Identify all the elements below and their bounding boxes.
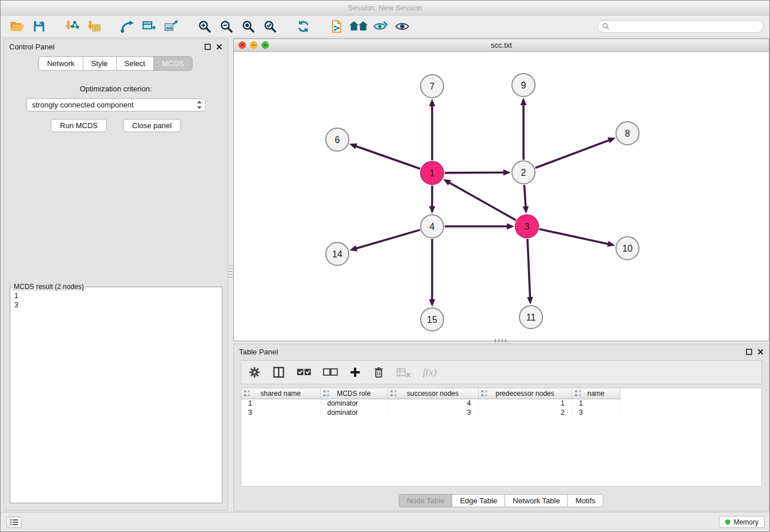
table-panel: Table Panel	[233, 344, 769, 511]
tab-edge-table[interactable]: Edge Table	[452, 494, 505, 507]
export-document-button[interactable]	[326, 17, 348, 36]
home-icon	[349, 20, 368, 33]
tab-select[interactable]: Select	[116, 56, 154, 71]
node-2[interactable]: 2	[512, 161, 535, 184]
node-3[interactable]: 3	[515, 215, 538, 238]
edge-3-10[interactable]	[539, 229, 609, 244]
svg-text:15: 15	[427, 315, 437, 325]
edge-arrowhead	[429, 299, 436, 307]
first-neighbors-button[interactable]	[348, 17, 369, 36]
import-table-button[interactable]	[83, 17, 105, 36]
column-header-shared-name[interactable]: shared name	[241, 388, 320, 399]
node-1[interactable]: 1	[421, 161, 444, 184]
vertical-splitter-grip[interactable]	[229, 265, 233, 278]
close-panel-icon[interactable]	[757, 349, 764, 355]
tab-network-table[interactable]: Network Table	[505, 494, 568, 507]
run-mcds-button[interactable]: Run MCDS	[51, 119, 107, 132]
edge-4-14[interactable]	[356, 230, 420, 249]
refresh-view-button[interactable]	[292, 17, 314, 36]
node-7[interactable]: 7	[421, 75, 444, 98]
new-network-window-button[interactable]	[138, 17, 160, 36]
zoom-in-button[interactable]	[194, 17, 215, 36]
node-9[interactable]: 9	[512, 74, 535, 97]
maximize-icon	[263, 43, 267, 47]
horizontal-splitter-grip[interactable]	[495, 339, 506, 342]
svg-text:11: 11	[526, 313, 536, 322]
table-row[interactable]: 1dominator411	[241, 399, 620, 408]
node-14[interactable]: 14	[326, 242, 349, 265]
node-15[interactable]: 15	[421, 308, 444, 331]
node-8[interactable]: 8	[616, 122, 639, 145]
mcds-result-box: MCDS result (2 nodes) 13	[10, 283, 222, 503]
column-header-name[interactable]: name	[572, 388, 620, 399]
close-panel-icon[interactable]	[216, 44, 222, 50]
close-window-button[interactable]	[238, 41, 246, 49]
criterion-select[interactable]: strongly connected component	[26, 98, 206, 111]
table-cell: 1	[572, 399, 620, 408]
eye-icon	[395, 21, 410, 32]
node-10[interactable]: 10	[616, 237, 639, 260]
node-6[interactable]: 6	[326, 128, 349, 151]
zoom-out-button[interactable]	[215, 17, 237, 36]
close-panel-button[interactable]: Close panel	[123, 119, 181, 132]
table-tabs: Node TableEdge TableNetwork TableMotifs	[234, 494, 769, 507]
network-window-titlebar[interactable]: scc.txt	[234, 39, 769, 52]
delete-table-button[interactable]	[396, 367, 411, 378]
tab-network[interactable]: Network	[38, 56, 83, 71]
float-panel-icon[interactable]	[746, 349, 752, 355]
show-graphics-details-button[interactable]	[369, 17, 391, 36]
zoom-selected-button[interactable]	[259, 17, 281, 36]
table-row[interactable]: 3dominator323	[241, 408, 620, 417]
float-panel-icon[interactable]	[205, 44, 211, 50]
search-input[interactable]	[612, 22, 759, 31]
svg-text:9: 9	[521, 80, 526, 90]
zoom-window-button[interactable]	[261, 41, 269, 49]
column-header-label: name	[587, 390, 605, 398]
add-row-button[interactable]	[349, 367, 361, 378]
edge-1-2[interactable]	[445, 172, 505, 173]
delete-row-button[interactable]	[372, 366, 385, 379]
edge-2-8[interactable]	[536, 140, 610, 168]
memory-button[interactable]: Memory	[719, 516, 765, 528]
column-header-successor-nodes[interactable]: successor nodes	[387, 388, 478, 399]
minimize-window-button[interactable]	[250, 41, 257, 49]
zoom-fit-button[interactable]	[237, 17, 259, 36]
node-4[interactable]: 4	[421, 215, 444, 238]
edge-1-6[interactable]	[355, 146, 420, 169]
titlebar[interactable]: Session: New Session	[1, 1, 769, 16]
edge-2-3[interactable]	[524, 185, 525, 207]
column-header-predecessor-nodes[interactable]: predecessor nodes	[478, 388, 572, 399]
column-header-mcds-role[interactable]: MCDS role	[320, 388, 387, 399]
image-export-icon	[164, 20, 179, 33]
network-canvas[interactable]: 7968124314101511	[234, 52, 769, 341]
search-box[interactable]	[597, 20, 764, 33]
share-network-icon	[120, 20, 135, 33]
node-table: shared nameMCDS rolesuccessor nodesprede…	[241, 388, 621, 417]
tab-node-table[interactable]: Node Table	[399, 494, 453, 507]
select-all-button[interactable]	[297, 367, 311, 378]
sort-icon	[481, 390, 488, 397]
node-11[interactable]: 11	[519, 306, 542, 329]
svg-text:3: 3	[525, 222, 530, 232]
tab-mcds[interactable]: MCDS	[153, 56, 192, 71]
apply-function-button[interactable]: f(x)	[423, 367, 437, 378]
folder-open-icon	[10, 20, 25, 33]
table-cell: 3	[387, 408, 478, 417]
open-session-button[interactable]	[6, 17, 28, 36]
task-history-button[interactable]	[6, 516, 22, 528]
export-network-button[interactable]	[117, 17, 138, 36]
deselect-all-button[interactable]	[323, 367, 338, 378]
table-settings-button[interactable]	[248, 366, 261, 379]
show-hide-button[interactable]	[391, 17, 413, 36]
table-cell: dominator	[320, 399, 387, 408]
mcds-result-list[interactable]: 13	[10, 291, 222, 310]
delete-table-icon	[396, 367, 411, 378]
show-columns-button[interactable]	[272, 366, 285, 379]
save-session-button[interactable]	[28, 17, 50, 36]
edge-3-1[interactable]	[449, 182, 516, 220]
tab-motifs[interactable]: Motifs	[567, 494, 603, 507]
import-network-button[interactable]	[61, 17, 83, 36]
export-image-button[interactable]	[160, 17, 182, 36]
tab-style[interactable]: Style	[83, 56, 117, 71]
edge-3-11[interactable]	[528, 239, 530, 298]
